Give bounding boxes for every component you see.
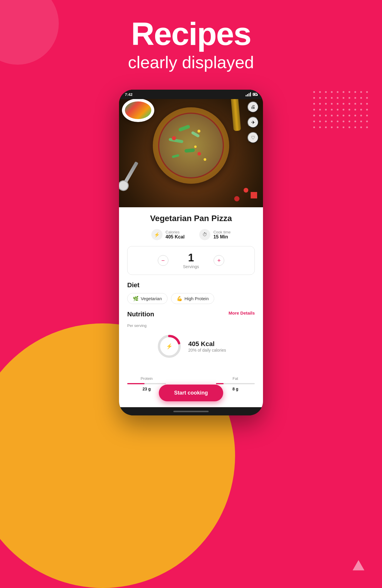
home-indicator — [119, 407, 263, 415]
calorie-row: ⚡ 405 Kcal 20% of daily calories — [127, 333, 255, 360]
protein-bar-track — [127, 383, 166, 384]
cooktime-info: ⏱ Cook time 15 Min — [199, 229, 231, 240]
home-bar — [173, 411, 209, 412]
nutrition-header: Nutrition More Details — [127, 310, 255, 322]
cooktime-icon: ⏱ — [199, 229, 210, 240]
calorie-donut: ⚡ — [156, 333, 182, 360]
calories-value: 405 Kcal — [165, 234, 185, 240]
increase-servings-button[interactable]: + — [214, 255, 224, 266]
status-time: 7:42 — [125, 92, 133, 97]
status-icons — [246, 92, 257, 96]
diet-tags-container: 🌿 Vegetarian 💪 High Protein — [127, 293, 255, 304]
cooktime-value: 15 Min — [213, 234, 231, 240]
nutrition-section-title: Nutrition — [127, 310, 154, 318]
nutrition-bottom: Protein 23 g Fat 8 g — [127, 366, 255, 401]
servings-number: 1 — [183, 252, 199, 264]
calories-text: Calories 405 Kcal — [165, 230, 185, 240]
header-section: Recipes clearly displayed — [0, 0, 382, 84]
protein-bar-fill — [127, 383, 145, 384]
salad-bowl-decoration — [122, 98, 154, 122]
phone-body: 7:42 — [119, 90, 263, 415]
share-button[interactable]: ✈ — [247, 117, 259, 128]
share-icon: ✈ — [251, 120, 255, 125]
protein-label: Protein — [140, 376, 153, 381]
page-title: Recipes — [0, 18, 382, 50]
calories-icon: ⚡ — [151, 229, 162, 240]
high-protein-icon: 💪 — [177, 296, 182, 301]
fat-bar-fill — [216, 383, 224, 384]
status-bar: 7:42 — [119, 90, 263, 99]
cooktime-label: Cook time — [213, 230, 231, 234]
calorie-info: 405 Kcal 20% of daily calories — [188, 340, 226, 353]
servings-display: 1 Servings — [183, 252, 199, 269]
recipe-info-row: ⚡ Calories 405 Kcal ⏱ Cook time 15 Min — [127, 229, 255, 240]
calorie-percent: 20% of daily calories — [188, 348, 226, 353]
recipe-image: 7:42 — [119, 90, 263, 207]
protein-value: 23 g — [143, 387, 151, 391]
calories-info: ⚡ Calories 405 Kcal — [151, 229, 185, 240]
diet-section-title: Diet — [127, 281, 255, 289]
decrease-servings-button[interactable]: − — [158, 255, 168, 266]
fat-value: 8 g — [232, 387, 238, 391]
more-details-link[interactable]: More Details — [229, 310, 255, 315]
per-serving-text: Per serving — [127, 323, 255, 328]
triangle-decoration — [353, 560, 364, 570]
lightning-icon: ⚡ — [166, 343, 172, 350]
recipe-title: Vegetarian Pan Pizza — [127, 214, 255, 223]
heart-icon: ♡ — [251, 135, 255, 141]
diet-tag-vegetarian: 🌿 Vegetarian — [127, 293, 167, 304]
servings-label: Servings — [183, 264, 199, 269]
phone-mockup: 7:42 — [0, 90, 382, 415]
calorie-value: 405 Kcal — [188, 340, 226, 348]
page-subtitle: clearly displayed — [0, 52, 382, 72]
fat-bar-track — [216, 383, 255, 384]
pizza-visual — [153, 107, 229, 184]
high-protein-label: High Protein — [185, 296, 209, 301]
diet-tag-high-protein: 💪 High Protein — [171, 293, 215, 304]
calories-label: Calories — [165, 230, 185, 234]
vegetarian-icon: 🌿 — [133, 296, 139, 301]
action-icons-container: 🖨 ✈ ♡ — [247, 101, 259, 143]
print-icon: 🖨 — [251, 104, 255, 110]
cooktime-text: Cook time 15 Min — [213, 230, 231, 240]
recipe-content: Vegetarian Pan Pizza ⚡ Calories 405 Kcal… — [119, 207, 263, 407]
fat-label: Fat — [233, 376, 238, 381]
favorite-button[interactable]: ♡ — [247, 132, 259, 143]
start-cooking-button[interactable]: Start cooking — [159, 385, 223, 401]
print-button[interactable]: 🖨 — [247, 101, 259, 113]
vegetarian-label: Vegetarian — [141, 296, 162, 301]
servings-control: − 1 Servings + — [127, 246, 255, 275]
